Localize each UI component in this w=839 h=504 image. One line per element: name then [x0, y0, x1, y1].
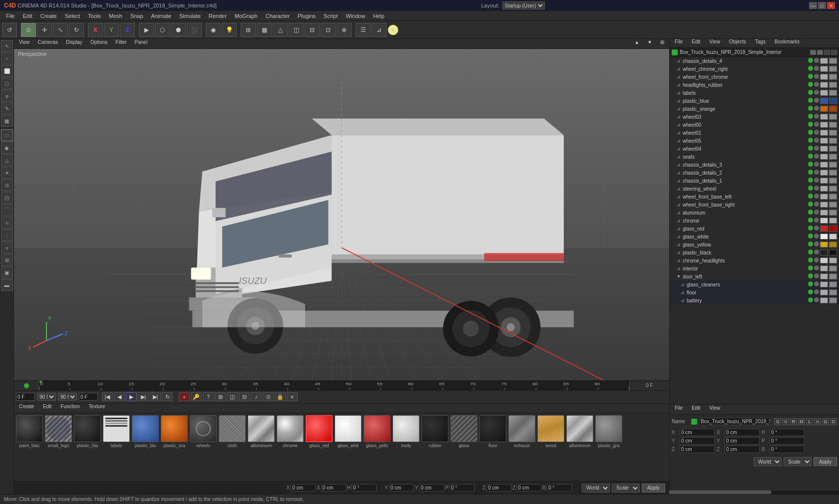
render-active[interactable]: ⬢: [171, 23, 186, 37]
tl-layer-btn[interactable]: ⊟: [239, 392, 250, 401]
tool-floor[interactable]: ▬: [1, 279, 13, 291]
frame-rate-select[interactable]: 90 F: [37, 393, 56, 401]
world-select[interactable]: World: [582, 484, 610, 493]
table-row[interactable]: ⊿labels: [670, 89, 839, 97]
rot-b-input[interactable]: [547, 484, 572, 492]
vp-icon-up[interactable]: ▲: [631, 39, 642, 48]
menu-script[interactable]: Script: [320, 11, 342, 21]
table-row[interactable]: ⊿wheel03: [670, 113, 839, 121]
menu-file[interactable]: File: [2, 11, 19, 21]
menu-character[interactable]: Character: [262, 11, 294, 21]
table-row[interactable]: ⊿glass_white: [670, 233, 839, 241]
attr-g-btn[interactable]: G: [822, 418, 829, 425]
coord-p-rot[interactable]: [770, 437, 805, 445]
world-dropdown[interactable]: World: [754, 457, 782, 466]
table-row[interactable]: ⊿battery: [670, 296, 839, 304]
menu-simulate[interactable]: Simulate: [175, 11, 205, 21]
tl-first-btn[interactable]: |◀: [102, 392, 113, 401]
grid-tool[interactable]: ▦: [257, 23, 272, 37]
scale-tool[interactable]: ⤡: [53, 23, 68, 37]
table-row[interactable]: ⊿headlights_rubber: [670, 81, 839, 89]
tool-bend[interactable]: ⌒: [1, 204, 13, 216]
size-z-input[interactable]: [516, 484, 541, 492]
coord-y-size[interactable]: [725, 437, 760, 445]
menu-snap[interactable]: Snap: [126, 11, 147, 21]
tool-morph[interactable]: ∿: [1, 217, 13, 229]
coord-x-size[interactable]: [725, 429, 760, 436]
mat-plastic-black[interactable]: plastic_bla: [74, 415, 101, 448]
table-row[interactable]: ⊿chrome_headlights: [670, 256, 839, 264]
object-name-input[interactable]: [699, 418, 772, 425]
apply-btn2[interactable]: Apply: [814, 457, 837, 466]
move-tool[interactable]: ✛: [37, 23, 52, 37]
attr-view-btn[interactable]: View: [706, 405, 723, 414]
tl-key-btn[interactable]: 🔑: [191, 392, 202, 401]
tool-rect-sel[interactable]: ⬜: [1, 65, 13, 77]
table-row[interactable]: ⊿wheel01: [670, 129, 839, 137]
mat-body[interactable]: body: [393, 415, 420, 448]
tool-light2[interactable]: ⊙: [1, 179, 13, 191]
tool-y[interactable]: Y: [104, 23, 119, 37]
camera-tool[interactable]: ◉: [206, 23, 221, 37]
tool-z[interactable]: Z: [120, 23, 135, 37]
table-row[interactable]: ⊿plastic_black: [670, 249, 839, 256]
om-bookmarks-btn[interactable]: Bookmarks: [772, 39, 803, 48]
mat-chrome[interactable]: chrome: [277, 415, 304, 448]
minimize-button[interactable]: —: [809, 2, 817, 9]
tl-last-btn[interactable]: ▶|: [150, 392, 161, 401]
pos-y-input[interactable]: [389, 484, 414, 492]
om-file-btn[interactable]: File: [672, 39, 686, 48]
param3[interactable]: ⊡: [321, 23, 336, 37]
tl-play-btn[interactable]: ▶: [126, 392, 137, 401]
maximize-button[interactable]: □: [818, 2, 826, 9]
poly-tool[interactable]: △: [273, 23, 288, 37]
om-tags-btn[interactable]: Tags: [752, 39, 769, 48]
mat-labels[interactable]: labels: [103, 415, 130, 448]
mat-plastic-orange[interactable]: plastic_ora: [161, 415, 188, 448]
tool-fill[interactable]: ▦: [1, 115, 13, 127]
table-row[interactable]: ⊿aluminium: [670, 209, 839, 217]
frame-start-input[interactable]: [16, 393, 35, 401]
frame-rate2-select[interactable]: 90 F: [58, 393, 77, 401]
layout-select[interactable]: Startup (User): [502, 1, 545, 9]
mat-cloth[interactable]: cloth: [219, 415, 246, 448]
mat-wheels[interactable]: wheels: [190, 415, 217, 448]
vp-icon-down[interactable]: ▼: [644, 39, 655, 48]
tl-record-btn[interactable]: ●: [179, 392, 190, 401]
param4[interactable]: ⊕: [337, 23, 352, 37]
table-row[interactable]: ▼door_left: [670, 272, 839, 280]
table-row[interactable]: ⊿wheel_front_chrome: [670, 73, 839, 81]
om-objects-btn[interactable]: Objects: [726, 39, 749, 48]
timeline-ruler[interactable]: 0 5 10 15 20 25 30: [14, 381, 669, 391]
mat-glass-yellow[interactable]: glass_yello: [364, 415, 391, 448]
rotate-tool[interactable]: ↻: [69, 23, 84, 37]
table-row[interactable]: ⊿wheel_front_base_right: [670, 201, 839, 209]
vp-icon-grid[interactable]: ⊞: [657, 39, 667, 48]
coord-x-pos[interactable]: [680, 429, 715, 436]
select-tool[interactable]: ⊙: [21, 23, 36, 37]
anim-btn[interactable]: ⊿: [372, 23, 387, 37]
tl-info-btn[interactable]: ?: [203, 392, 214, 401]
mat-paint-black[interactable]: paint_blac: [16, 415, 43, 448]
tl-snap-btn[interactable]: ⊞: [215, 392, 226, 401]
light-btn2[interactable]: ●: [388, 24, 399, 35]
menu-mograph[interactable]: MoGraph: [231, 11, 262, 21]
coord-h-rot[interactable]: [770, 429, 805, 436]
table-row[interactable]: ⊿glass_yellow: [670, 241, 839, 249]
mat-glass-white[interactable]: glass_whit: [335, 415, 362, 448]
tl-next-btn[interactable]: ▶|: [138, 392, 149, 401]
attr-edit-btn[interactable]: Edit: [689, 405, 703, 414]
attr-v-btn[interactable]: V: [782, 418, 789, 425]
menu-window[interactable]: Window: [342, 11, 369, 21]
mat-exhaust[interactable]: exhaust: [508, 415, 535, 448]
vp-cameras-btn[interactable]: Cameras: [35, 39, 61, 48]
mat-plastic-blue[interactable]: plastic_blu: [132, 415, 159, 448]
menu-mesh[interactable]: Mesh: [105, 11, 126, 21]
obj-list-btn[interactable]: ☰: [356, 23, 371, 37]
size-x-input[interactable]: [321, 484, 346, 492]
table-row[interactable]: ⊿glass_red: [670, 225, 839, 233]
tool-weight[interactable]: ⋮: [1, 229, 13, 241]
tl-preview-btn[interactable]: ⊙: [263, 392, 274, 401]
table-row[interactable]: ⊿chassis_details_3: [670, 161, 839, 169]
menu-edit[interactable]: Edit: [19, 11, 36, 21]
